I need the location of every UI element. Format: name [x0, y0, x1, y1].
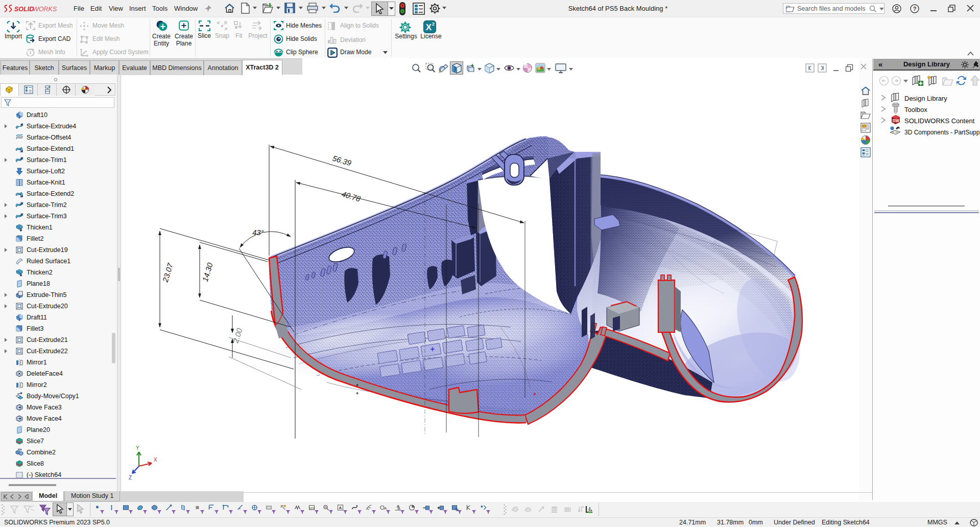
- svg-text:N: N: [325, 506, 327, 509]
- svg-text:A: A: [385, 507, 387, 510]
- svg-text:23.07: 23.07: [160, 262, 175, 283]
- svg-text:Z: Z: [129, 475, 132, 480]
- svg-text:14.30: 14.30: [201, 261, 214, 282]
- svg-text:103: 103: [309, 507, 315, 510]
- svg-text:X: X: [154, 457, 157, 463]
- svg-text:*: *: [356, 391, 358, 398]
- svg-text:SW: SW: [892, 118, 900, 123]
- svg-text:40.78: 40.78: [341, 190, 362, 203]
- svg-text:43°: 43°: [252, 228, 264, 237]
- svg-text:WORKS: WORKS: [33, 6, 57, 13]
- svg-text:2: 2: [432, 21, 435, 27]
- svg-text:X: X: [426, 22, 432, 32]
- svg-text:SOLID: SOLID: [14, 6, 34, 13]
- svg-text:*: *: [356, 382, 358, 390]
- svg-text:Y: Y: [136, 445, 139, 451]
- svg-text:A: A: [339, 506, 342, 510]
- svg-text:?: ?: [913, 6, 917, 12]
